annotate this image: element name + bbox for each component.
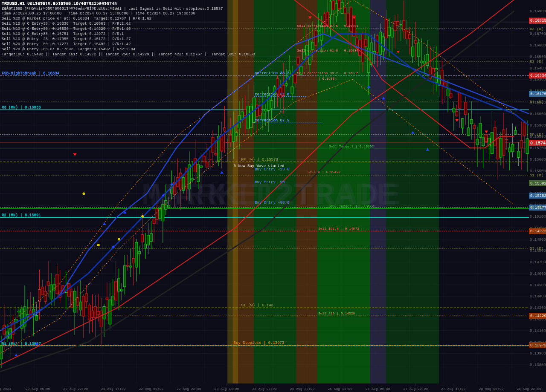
chart-canvas [0, 0, 546, 392]
chart-container: TRXUSD.H1 0.15751 0.15765 0.15743 0.1574… [0, 0, 546, 392]
